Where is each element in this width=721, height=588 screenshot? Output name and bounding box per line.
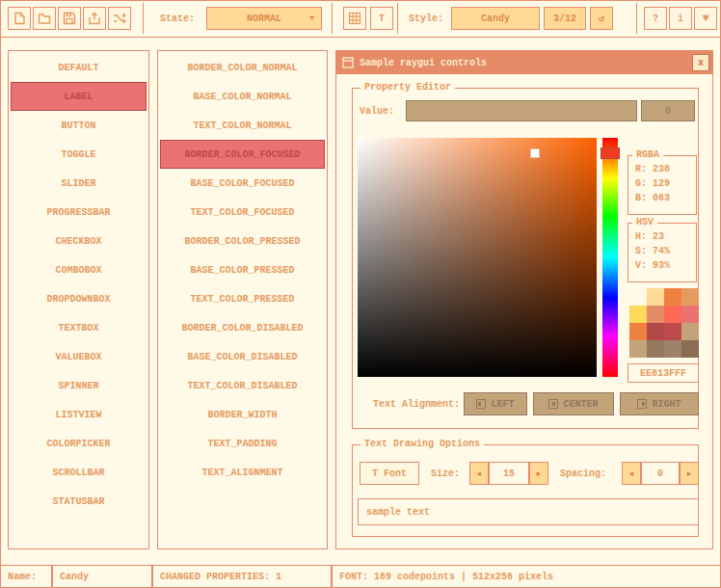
controls-list-item[interactable]: TEXTBOX <box>11 313 147 342</box>
color-swatch[interactable] <box>664 323 681 340</box>
controls-list-item[interactable]: BUTTON <box>11 111 147 140</box>
value-box[interactable]: 0 <box>641 100 695 121</box>
color-swatch[interactable] <box>647 306 664 323</box>
style-counter-button[interactable]: 3/12 <box>544 7 586 30</box>
save-style-button[interactable] <box>58 7 81 30</box>
controls-list-item[interactable]: SPINNER <box>11 371 147 400</box>
rgba-green-value: G: 129 <box>635 178 696 189</box>
value-slider[interactable] <box>406 100 637 121</box>
property-list-item[interactable]: TEXT_COLOR_FOCUSED <box>160 198 325 227</box>
close-window-button[interactable]: x <box>692 54 709 71</box>
reload-style-button[interactable]: ↺ <box>590 7 613 30</box>
size-value-box[interactable]: 15 <box>489 462 529 485</box>
align-left-toggle[interactable]: LEFT <box>464 392 527 415</box>
export-style-button[interactable] <box>83 7 106 30</box>
align-right-toggle[interactable]: RIGHT <box>620 392 699 415</box>
property-list-item[interactable]: TEXT_COLOR_NORMAL <box>160 111 325 140</box>
spacing-increase-button[interactable]: ► <box>680 462 699 485</box>
help-icon: ? <box>653 13 658 24</box>
arrow-left-icon: ◄ <box>629 469 634 478</box>
controls-list-item[interactable]: SCROLLBAR <box>11 458 147 487</box>
style-name-value: Candy <box>481 13 510 24</box>
property-list-item[interactable]: BASE_COLOR_NORMAL <box>160 82 325 111</box>
color-swatch[interactable] <box>647 288 664 306</box>
controls-list-item[interactable]: VALUEBOX <box>11 342 147 371</box>
state-dropdown[interactable]: NORMAL ▼ <box>206 7 322 30</box>
property-list-item[interactable]: BORDER_COLOR_NORMAL <box>160 53 325 82</box>
hue-bar[interactable] <box>602 138 618 377</box>
controls-list-item[interactable]: TOGGLE <box>11 140 147 169</box>
controls-list-item[interactable]: DROPDOWNBOX <box>11 284 147 313</box>
size-increase-button[interactable]: ► <box>529 462 548 485</box>
color-swatch[interactable] <box>681 323 699 340</box>
export-icon <box>88 12 101 25</box>
hsv-saturation-value: S: 74% <box>635 246 696 256</box>
about-button[interactable]: i <box>669 7 692 30</box>
controls-list-item[interactable]: LISTVIEW <box>11 400 147 429</box>
state-label: State: <box>160 0 195 37</box>
hex-color-input[interactable]: EE813FFF <box>628 363 699 383</box>
color-swatch[interactable] <box>681 340 699 358</box>
new-file-icon <box>13 12 26 25</box>
color-swatch[interactable] <box>681 306 699 323</box>
color-swatch[interactable] <box>629 288 647 306</box>
font-info-text: FONT: 189 codepoints | 512x256 pixels <box>339 572 553 582</box>
sample-controls-window: Sample raygui controls x Property Editor… <box>335 50 713 549</box>
random-style-button[interactable] <box>108 7 131 30</box>
controls-list-item[interactable]: DEFAULT <box>11 53 147 82</box>
help-button[interactable]: ? <box>644 7 667 30</box>
color-swatch[interactable] <box>664 306 681 323</box>
property-list-item[interactable]: TEXT_COLOR_PRESSED <box>160 284 325 313</box>
font-button-label: Font <box>384 468 407 479</box>
color-swatch[interactable] <box>629 340 647 358</box>
sponsor-button[interactable]: ♥ <box>694 7 717 30</box>
style-counter-value: 3/12 <box>553 13 576 24</box>
property-list-item[interactable]: TEXT_ALIGNMENT <box>160 458 325 487</box>
controls-list-item[interactable]: COLORPICKER <box>11 429 147 458</box>
open-style-button[interactable] <box>33 7 56 30</box>
property-list-item-selected[interactable]: BORDER_COLOR_FOCUSED <box>160 140 325 169</box>
property-list-item[interactable]: BORDER_COLOR_PRESSED <box>160 227 325 255</box>
size-decrease-button[interactable]: ◄ <box>469 462 489 485</box>
controls-list-item[interactable]: STATUSBAR <box>11 487 147 516</box>
color-swatch[interactable] <box>681 288 699 306</box>
property-list-item[interactable]: BASE_COLOR_FOCUSED <box>160 169 325 198</box>
controls-list-item[interactable]: PROGRESSBAR <box>11 198 147 227</box>
color-swatch[interactable] <box>664 340 681 358</box>
name-label: Name: <box>8 572 37 582</box>
font-t-icon: T <box>372 468 378 479</box>
sample-text-input[interactable]: sample text <box>358 498 699 525</box>
color-swatch[interactable] <box>629 306 647 323</box>
color-swatch[interactable] <box>664 288 681 306</box>
property-list-item[interactable]: BORDER_WIDTH <box>160 400 325 429</box>
property-list-item[interactable]: BASE_COLOR_PRESSED <box>160 255 325 284</box>
main-toolbar: State: NORMAL ▼ T Style: Candy 3/12 ↺ ? … <box>0 0 721 38</box>
property-list-item[interactable]: TEXT_PADDING <box>160 429 325 458</box>
spacing-value-box[interactable]: 0 <box>641 462 680 485</box>
align-center-toggle[interactable]: CENTER <box>533 392 614 415</box>
property-list-item[interactable]: TEXT_COLOR_DISABLED <box>160 371 325 400</box>
controls-list-item-selected[interactable]: LABEL <box>11 82 147 111</box>
color-swatch[interactable] <box>629 323 647 340</box>
font-button[interactable]: T Font <box>360 462 419 485</box>
controls-list-item[interactable]: CHECKBOX <box>11 227 147 255</box>
color-picker-panel[interactable] <box>358 138 597 377</box>
new-style-button[interactable] <box>8 7 31 30</box>
rgba-title: RGBA <box>632 149 663 160</box>
property-list-item[interactable]: BASE_COLOR_DISABLED <box>160 342 325 371</box>
controls-list-item[interactable]: COMBOBOX <box>11 255 147 284</box>
style-name-input[interactable]: Candy <box>52 565 152 588</box>
controls-list-item[interactable]: SLIDER <box>11 169 147 198</box>
style-table-button[interactable] <box>343 7 366 30</box>
color-swatch[interactable] <box>647 323 664 340</box>
color-swatch[interactable] <box>647 340 664 358</box>
spacing-value: 0 <box>657 468 663 479</box>
spacing-decrease-button[interactable]: ◄ <box>622 462 641 485</box>
align-center-icon <box>548 399 558 409</box>
window-title: Sample raygui controls <box>360 58 487 68</box>
hue-bar-cursor[interactable] <box>601 147 620 159</box>
style-name-dropdown[interactable]: Candy <box>451 7 540 30</box>
font-editor-button[interactable]: T <box>370 7 393 30</box>
color-picker-cursor[interactable] <box>530 148 540 158</box>
property-list-item[interactable]: BORDER_COLOR_DISABLED <box>160 313 325 342</box>
